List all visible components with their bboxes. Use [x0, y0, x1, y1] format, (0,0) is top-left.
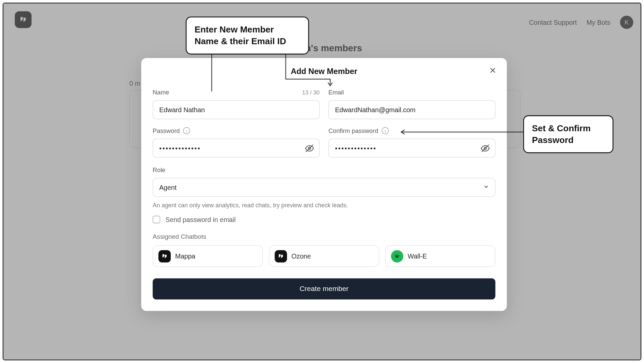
chatbot-name: Mappa — [175, 252, 195, 260]
add-member-modal: Add New Member Name 13 / 30 Email — [141, 58, 507, 311]
toggle-password-visibility[interactable] — [305, 143, 314, 153]
send-password-label: Send password in email — [165, 216, 236, 223]
name-input[interactable] — [153, 100, 320, 120]
eye-off-icon — [305, 143, 314, 153]
toggle-confirm-visibility[interactable] — [480, 143, 490, 153]
chatbot-icon — [275, 250, 287, 262]
email-input[interactable] — [328, 100, 495, 120]
chatbot-name: Wall-E — [408, 252, 427, 260]
info-icon[interactable]: i — [183, 127, 190, 134]
confirm-password-label: Confirm password — [328, 127, 378, 134]
chatbot-name: Ozone — [292, 252, 311, 260]
close-button[interactable] — [487, 65, 498, 76]
chatbot-chip-mappa[interactable]: Mappa — [153, 245, 263, 267]
callout-password: Set & Confirm Password — [523, 115, 614, 153]
chatbot-chip-walle[interactable]: Wall-E — [385, 245, 495, 267]
eye-off-icon — [480, 143, 490, 153]
create-member-button[interactable]: Create member — [153, 278, 495, 299]
callout-name-email: Enter New Member Name & their Email ID — [186, 16, 309, 54]
close-icon — [489, 67, 496, 74]
send-password-checkbox[interactable] — [153, 216, 160, 223]
confirm-password-input[interactable] — [328, 139, 495, 158]
name-counter: 13 / 30 — [302, 89, 320, 96]
assigned-chatbots-label: Assigned Chatbots — [153, 233, 495, 240]
info-icon[interactable]: i — [382, 127, 389, 134]
name-label: Name — [153, 89, 169, 96]
chatbot-icon — [158, 250, 171, 262]
role-select[interactable]: Agent — [153, 178, 495, 197]
role-label: Role — [153, 166, 495, 173]
modal-title: Add New Member — [291, 67, 357, 76]
role-description: An agent can only view analytics, read c… — [153, 202, 495, 209]
password-input[interactable] — [153, 139, 320, 158]
email-label: Email — [328, 89, 344, 96]
spotify-icon — [391, 250, 403, 262]
password-label: Password — [153, 127, 180, 134]
chatbot-chip-ozone[interactable]: Ozone — [269, 245, 379, 267]
